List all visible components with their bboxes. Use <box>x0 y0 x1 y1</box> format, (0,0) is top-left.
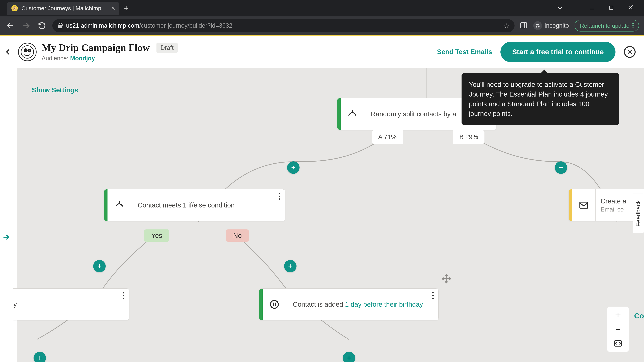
zoom-fit-button[interactable] <box>613 339 623 349</box>
node-text: Contact meets 1 if/else condition <box>131 201 285 209</box>
feedback-tab[interactable]: Feedback <box>632 194 644 233</box>
freddie-icon <box>21 45 34 59</box>
svg-point-12 <box>30 50 30 51</box>
window-minimize-icon[interactable] <box>589 4 595 12</box>
add-step-button[interactable]: + <box>555 161 567 174</box>
mailchimp-logo[interactable] <box>18 43 36 61</box>
split-branch-b[interactable]: B 29% <box>453 130 485 144</box>
chrome-menu-icon <box>632 23 634 28</box>
svg-point-17 <box>270 301 278 308</box>
browser-window: 🐵 Customer Journeys | Mailchimp × + <box>0 0 644 362</box>
tab-strip: 🐵 Customer Journeys | Mailchimp × + <box>0 0 644 16</box>
nav-back-button[interactable] <box>5 20 16 31</box>
page-title: My Drip Campaign Flow <box>42 42 150 53</box>
node-menu-button[interactable] <box>279 193 280 200</box>
node-truncated-left[interactable]: y <box>14 289 129 320</box>
bookmark-star-icon[interactable]: ☆ <box>503 21 510 30</box>
send-test-emails-link[interactable]: Send Test Emails <box>437 48 492 56</box>
url-host: us21.admin.mailchimp.com <box>66 22 139 29</box>
move-cursor-icon <box>442 274 452 284</box>
incognito-label: Incognito <box>544 22 569 29</box>
branch-no[interactable]: No <box>226 229 249 242</box>
node-text-fragment: y <box>14 301 17 308</box>
tab-title: Customer Journeys | Mailchimp <box>22 5 101 11</box>
window-close-icon[interactable] <box>628 4 634 12</box>
svg-point-9 <box>24 48 28 52</box>
nav-reload-button[interactable] <box>36 20 47 31</box>
cta-label: Start a free trial to continue <box>512 48 604 56</box>
incognito-icon <box>533 21 542 30</box>
mailchimp-favicon: 🐵 <box>12 5 18 11</box>
audience-name[interactable]: Moodjoy <box>70 55 95 62</box>
wait-link[interactable]: 1 day before their birthday <box>345 301 423 308</box>
truncated-button-label[interactable]: Co <box>634 312 644 320</box>
split-icon <box>340 98 364 130</box>
address-bar[interactable]: us21.admin.mailchimp.com/customer-journe… <box>52 19 514 32</box>
svg-rect-1 <box>610 6 613 9</box>
nav-forward-button[interactable] <box>21 20 32 31</box>
new-tab-button[interactable]: + <box>124 3 129 13</box>
browser-toolbar: us21.admin.mailchimp.com/customer-journe… <box>0 16 644 35</box>
svg-point-11 <box>26 50 26 50</box>
audience-line: Audience: Moodjoy <box>42 55 178 62</box>
back-chevron-button[interactable] <box>3 47 13 57</box>
node-menu-button[interactable] <box>432 292 434 299</box>
app-header: My Drip Campaign Flow Draft Audience: Mo… <box>0 36 644 68</box>
zoom-in-button[interactable]: + <box>615 310 621 320</box>
close-builder-button[interactable]: ✕ <box>624 46 636 58</box>
tab-search-icon[interactable] <box>556 0 564 16</box>
app-root: My Drip Campaign Flow Draft Audience: Mo… <box>0 36 644 362</box>
tab-close-icon[interactable]: × <box>111 4 115 12</box>
branch-icon <box>108 189 131 221</box>
node-stripe <box>569 189 572 221</box>
start-free-trial-button[interactable]: Start a free trial to continue <box>500 42 616 62</box>
svg-rect-16 <box>580 202 588 208</box>
node-stripe <box>337 98 340 130</box>
add-step-button[interactable]: + <box>34 352 46 362</box>
add-step-button[interactable]: + <box>284 260 296 272</box>
side-panel-icon[interactable] <box>520 21 528 30</box>
window-maximize-icon[interactable] <box>608 4 614 12</box>
add-step-button[interactable]: + <box>343 352 355 362</box>
add-step-button[interactable]: + <box>93 260 106 272</box>
window-controls <box>589 0 644 16</box>
envelope-icon <box>572 189 596 221</box>
show-settings-link[interactable]: Show Settings <box>32 86 78 94</box>
svg-point-10 <box>28 49 31 52</box>
audience-label: Audience: <box>42 55 70 62</box>
svg-rect-6 <box>520 23 526 28</box>
upgrade-tooltip: You'll need to upgrade to activate a Cus… <box>462 73 619 125</box>
title-block: My Drip Campaign Flow Draft Audience: Mo… <box>42 42 178 62</box>
add-step-button[interactable]: + <box>287 161 300 174</box>
zoom-controls: + − <box>607 307 629 352</box>
node-stripe <box>259 289 263 320</box>
node-stripe <box>104 189 108 221</box>
node-ifelse[interactable]: Contact meets 1 if/else condition <box>104 189 285 221</box>
node-text: Contact is added 1 day before their birt… <box>286 301 438 308</box>
toolbar-right: Incognito Relaunch to update <box>520 20 639 31</box>
branch-yes[interactable]: Yes <box>144 229 169 242</box>
split-branch-a[interactable]: A 71% <box>372 130 403 144</box>
relaunch-label: Relaunch to update <box>580 22 630 29</box>
url-path: /customer-journey/builder?id=3632 <box>139 22 232 29</box>
svg-point-8 <box>21 45 34 58</box>
node-wait-until[interactable]: Contact is added 1 day before their birt… <box>259 289 438 320</box>
incognito-indicator[interactable]: Incognito <box>533 21 569 30</box>
pause-icon <box>263 289 286 320</box>
lock-icon <box>57 23 62 29</box>
status-badge: Draft <box>156 42 178 53</box>
brand-accent-bar <box>0 35 644 36</box>
relaunch-update-button[interactable]: Relaunch to update <box>574 20 639 31</box>
browser-tab[interactable]: 🐵 Customer Journeys | Mailchimp × <box>7 2 120 15</box>
zoom-out-button[interactable]: − <box>615 325 621 334</box>
wait-prefix: Contact is added <box>293 301 345 308</box>
url-text: us21.admin.mailchimp.com/customer-journe… <box>66 22 232 29</box>
node-menu-button[interactable] <box>123 292 124 299</box>
